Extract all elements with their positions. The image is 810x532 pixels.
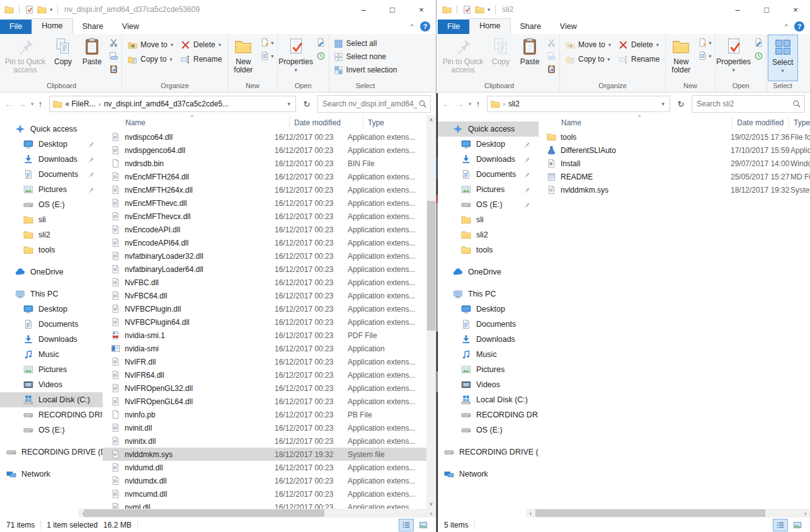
file-row[interactable]: NvIFROpenGL64.dll16/12/2017 00:23Applica… <box>103 395 426 408</box>
file-row[interactable]: nvEncodeAPI64.dll16/12/2017 00:23Applica… <box>103 236 426 249</box>
move-to-button[interactable]: Move to▾ <box>566 38 611 51</box>
sidebar-item-network[interactable]: Network <box>438 467 539 482</box>
scrollbar-thumb[interactable] <box>84 509 324 517</box>
qat-customize-icon[interactable]: ▾ <box>50 6 52 13</box>
sidebar-item-videos[interactable]: Videos <box>0 377 103 392</box>
folder-icon[interactable] <box>4 5 14 14</box>
cut-button[interactable] <box>545 37 557 48</box>
history-button[interactable] <box>753 50 765 62</box>
easy-access-button[interactable]: ▾ <box>259 50 275 62</box>
tab-home[interactable]: Home <box>469 18 510 34</box>
sidebar-item-os-e[interactable]: OS (E:) <box>0 422 103 438</box>
properties-button[interactable]: Properties ▾ <box>278 35 314 81</box>
select-button[interactable]: Select ▾ <box>768 35 798 81</box>
new-folder-button[interactable]: New folder <box>666 35 695 81</box>
new-folder-icon[interactable] <box>37 5 47 14</box>
file-row[interactable]: NvIFROpenGL32.dll16/12/2017 00:23Applica… <box>103 382 426 395</box>
folder-icon[interactable] <box>442 5 452 14</box>
copy-to-button[interactable]: Copy to▾ <box>566 53 611 65</box>
copy-path-button[interactable] <box>108 50 120 62</box>
file-row[interactable]: nvmcumd.dll16/12/2017 00:23Application e… <box>103 487 426 501</box>
history-button[interactable] <box>315 50 327 62</box>
sidebar-item-recording-drive[interactable]: RECORDING DRIVE <box>438 407 539 422</box>
scroll-right-icon[interactable]: › <box>801 510 810 517</box>
rename-button[interactable]: Rename <box>619 53 659 65</box>
details-view-button[interactable] <box>773 519 788 531</box>
delete-button[interactable]: Delete▾ <box>619 38 659 51</box>
paste-button[interactable]: Paste <box>77 35 106 81</box>
file-row[interactable]: Install29/07/2017 14:00Windo <box>539 157 810 170</box>
sidebar-item-downloads[interactable]: Downloads <box>438 332 539 347</box>
help-icon[interactable]: ? <box>794 21 804 31</box>
sidebar-item-sli[interactable]: sli <box>0 212 103 227</box>
sidebar-item-local-disk-c[interactable]: Local Disk (C:) <box>438 392 539 407</box>
sidebar-item-sli2[interactable]: sli2 <box>438 227 539 242</box>
sidebar-item-documents[interactable]: Documents <box>438 167 539 182</box>
sidebar-item-network[interactable]: Network <box>0 467 103 482</box>
file-row[interactable]: nvEncodeAPI.dll16/12/2017 00:23Applicati… <box>103 223 426 236</box>
breadcrumb[interactable]: « FileR... › nv_dispi.inf_amd64_d37ca5c2… <box>49 96 296 112</box>
minimize-button[interactable]: – <box>349 0 378 19</box>
sidebar-item-sli2[interactable]: sli2 <box>0 227 103 242</box>
file-row[interactable]: tools19/02/2015 17:36File fo <box>539 130 810 144</box>
scroll-left-icon[interactable]: ‹ <box>526 510 535 517</box>
file-row[interactable]: nvEncMFTH264x.dll16/12/2017 00:23Applica… <box>103 183 426 196</box>
search-input[interactable] <box>321 99 418 109</box>
details-view-button[interactable] <box>399 519 414 531</box>
minimize-button[interactable]: – <box>723 0 752 19</box>
sidebar-item-recording-drive[interactable]: RECORDING DRIVE <box>0 407 103 422</box>
file-row[interactable]: NVFBCPlugin64.dll16/12/2017 00:23Applica… <box>103 315 426 329</box>
file-row[interactable]: nvdrsdb.bin16/12/2017 00:23BIN File <box>103 157 426 170</box>
sidebar-item-os-e[interactable]: OS (E:) <box>438 422 539 438</box>
address-dropdown-icon[interactable]: ▾ <box>284 101 294 107</box>
properties-button[interactable]: Properties ▾ <box>716 35 751 81</box>
horizontal-scrollbar[interactable]: ‹ › <box>526 509 810 518</box>
column-header-date-modified[interactable]: Date modified <box>289 116 363 129</box>
file-row[interactable]: nvinitx.dll16/12/2017 00:23Application e… <box>103 434 426 448</box>
paste-shortcut-button[interactable] <box>108 63 120 75</box>
up-icon[interactable]: ↑ <box>38 99 43 109</box>
sidebar-item-videos[interactable]: Videos <box>438 377 539 392</box>
maximize-button[interactable]: □ <box>378 0 407 19</box>
edit-button[interactable] <box>753 37 765 48</box>
back-icon[interactable]: ← <box>4 99 13 109</box>
sidebar-item-pictures[interactable]: Pictures <box>0 182 103 197</box>
file-row[interactable]: nvEncMFThevcx.dll16/12/2017 00:23Applica… <box>103 210 426 223</box>
scrollbar-thumb[interactable] <box>535 509 765 517</box>
tab-file[interactable]: File <box>438 20 469 34</box>
edit-button[interactable] <box>315 37 327 48</box>
up-icon[interactable]: ↑ <box>476 99 481 109</box>
file-row[interactable]: NvFBC.dll16/12/2017 00:23Application ext… <box>103 276 426 289</box>
sidebar-item-tools[interactable]: tools <box>0 242 103 258</box>
file-row[interactable]: nvEncMFTH264.dll16/12/2017 00:23Applicat… <box>103 170 426 183</box>
file-row[interactable]: nvidia-smi16/12/2017 00:23Application <box>103 342 426 355</box>
vertical-scrollbar[interactable]: ∧ ∨ <box>426 115 436 509</box>
search-input[interactable] <box>695 99 792 109</box>
file-row[interactable]: nvlddmkm.sys18/12/2017 19:32System file <box>103 448 426 461</box>
forward-icon[interactable]: → <box>18 99 26 109</box>
refresh-icon[interactable]: ↻ <box>673 96 688 112</box>
sidebar-item-music[interactable]: Music <box>438 347 539 362</box>
file-row[interactable]: nvidia-smi.116/12/2017 00:23PDF File <box>103 329 426 342</box>
sidebar-item-pictures[interactable]: Pictures <box>0 362 103 377</box>
sidebar-item-desktop[interactable]: Desktop <box>438 302 539 317</box>
sidebar-item-sli[interactable]: sli <box>438 212 539 227</box>
new-folder-button[interactable]: New folder <box>229 35 258 81</box>
sidebar-item-pictures[interactable]: Pictures <box>438 182 539 197</box>
sidebar-item-this-pc[interactable]: This PC <box>438 286 539 302</box>
tab-share[interactable]: Share <box>73 20 113 34</box>
file-row[interactable]: nvinfo.pb16/12/2017 00:23PB File <box>103 408 426 421</box>
file-row[interactable]: README25/05/2017 15:27MD Fi <box>539 170 810 183</box>
tab-share[interactable]: Share <box>511 20 550 34</box>
file-row[interactable]: nvfatbinaryLoader32.dll16/12/2017 00:23A… <box>103 249 426 263</box>
file-row[interactable]: DifferentSLIAuto17/10/2017 15:59Applic <box>539 144 810 157</box>
thumbnails-view-button[interactable] <box>790 519 805 531</box>
sidebar-item-onedrive[interactable]: OneDrive <box>438 264 539 280</box>
easy-access-button[interactable]: ▾ <box>697 50 712 62</box>
help-icon[interactable]: ? <box>420 21 430 31</box>
pin-to-quick-access-button[interactable]: Pin to Quick access <box>2 35 48 81</box>
file-row[interactable]: nvfatbinaryLoader64.dll16/12/2017 00:23A… <box>103 263 426 276</box>
sidebar-item-pictures[interactable]: Pictures <box>438 362 539 377</box>
column-header-date-modified[interactable]: Date modified <box>732 116 789 129</box>
file-row[interactable]: nvdispgenco64.dll16/12/2017 00:23Applica… <box>103 144 426 157</box>
